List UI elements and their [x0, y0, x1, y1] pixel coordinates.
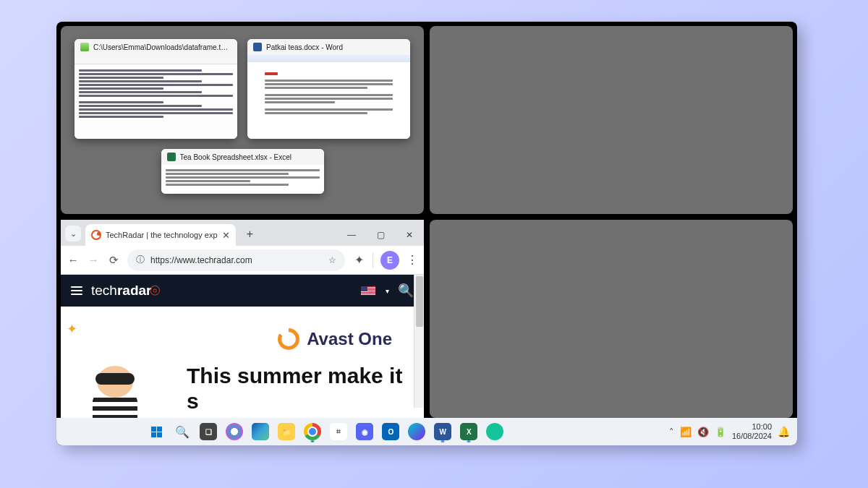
rss-icon: ⦾: [150, 283, 160, 298]
region-flag-icon[interactable]: [361, 286, 375, 295]
menu-icon[interactable]: ⋮: [407, 253, 418, 267]
thumb-preview: [247, 55, 410, 139]
copilot-icon: [226, 423, 243, 440]
excel-icon: [167, 153, 176, 161]
canva-icon: [408, 423, 425, 440]
wifi-icon[interactable]: 📶: [680, 427, 692, 437]
taskbar: 🔍 ❏ 📁 ⌗ ◉ O W X ˄ 📶 🔇 🔋 10:00 16/08/2024…: [56, 418, 797, 445]
reload-button[interactable]: ⟳: [107, 254, 120, 267]
word-icon: [253, 43, 262, 51]
slack-icon: ⌗: [330, 423, 347, 440]
grammarly-button[interactable]: [483, 420, 506, 443]
slack-button[interactable]: ⌗: [327, 420, 350, 443]
discord-icon: ◉: [356, 423, 373, 440]
browser-tab-active[interactable]: TechRadar | the technology exp ✕: [85, 224, 236, 246]
task-view-button[interactable]: ❏: [197, 420, 220, 443]
region-caret-icon[interactable]: ▾: [386, 287, 389, 295]
thumb-titlebar: Patkai teas.docx - Word: [247, 39, 410, 55]
chrome-button[interactable]: [301, 420, 324, 443]
taskbar-search-button[interactable]: 🔍: [171, 420, 194, 443]
start-button[interactable]: [145, 420, 168, 443]
thumb-title: Tea Book Spreadsheet.xlsx - Excel: [180, 153, 318, 161]
copilot-button[interactable]: [223, 420, 246, 443]
outlook-button[interactable]: O: [379, 420, 402, 443]
url-text: https://www.techradar.com: [150, 255, 323, 265]
excel-button[interactable]: X: [457, 420, 480, 443]
browser-toolbar: ← → ⟳ ⓘ https://www.techradar.com ☆ ✦ E …: [61, 246, 424, 275]
windows-logo-icon: [151, 427, 162, 437]
thumb-titlebar: Tea Book Spreadsheet.xlsx - Excel: [161, 149, 324, 165]
taskbar-center: 🔍 ❏ 📁 ⌗ ◉ O W X: [145, 420, 506, 443]
site-favicon: [91, 230, 101, 240]
browser-tabstrip: ⌄ TechRadar | the technology exp ✕ + — ▢…: [61, 220, 424, 246]
tab-search-button[interactable]: ⌄: [65, 226, 81, 241]
snap-candidate-excel[interactable]: Tea Book Spreadsheet.xlsx - Excel: [161, 149, 324, 194]
address-bar[interactable]: ⓘ https://www.techradar.com ☆: [127, 249, 345, 271]
site-header: techradar⦾ ▾ 🔍: [61, 275, 424, 307]
word-icon: W: [434, 423, 451, 440]
forward-button[interactable]: →: [87, 254, 100, 266]
snap-candidate-word[interactable]: Patkai teas.docx - Word: [247, 39, 410, 139]
file-explorer-button[interactable]: 📁: [275, 420, 298, 443]
battery-icon[interactable]: 🔋: [715, 427, 726, 437]
thumb-preview: [75, 55, 237, 139]
tray-expand-icon[interactable]: ˄: [669, 427, 674, 437]
back-button[interactable]: ←: [67, 254, 80, 266]
word-button[interactable]: W: [431, 420, 454, 443]
thumb-title: C:\Users\Emma\Downloads\dataframe.txt...: [93, 43, 231, 51]
profile-avatar[interactable]: E: [380, 251, 399, 270]
avast-logo-icon: [278, 328, 299, 350]
extensions-icon[interactable]: ✦: [352, 254, 365, 267]
bookmark-icon[interactable]: ☆: [328, 255, 336, 265]
sparkle-icon: ✦: [67, 321, 77, 337]
task-view-icon: ❏: [200, 423, 217, 440]
canva-button[interactable]: [405, 420, 428, 443]
thumb-preview: [161, 165, 324, 194]
site-info-icon[interactable]: ⓘ: [136, 254, 145, 266]
window-controls: — ▢ ✕: [337, 224, 424, 246]
snap-zone-bottom-right[interactable]: [430, 220, 793, 418]
edge-icon: [252, 423, 269, 440]
clock-date: 16/08/2024: [732, 432, 772, 441]
clock-time: 10:00: [732, 422, 772, 432]
new-tab-button[interactable]: +: [242, 226, 259, 243]
chrome-icon: [304, 423, 321, 440]
snap-zone-bottom-left: ⌄ TechRadar | the technology exp ✕ + — ▢…: [61, 220, 424, 418]
hamburger-menu-icon[interactable]: [71, 286, 82, 295]
taskbar-clock[interactable]: 10:00 16/08/2024: [732, 422, 772, 440]
thumb-titlebar: C:\Users\Emma\Downloads\dataframe.txt...: [75, 39, 237, 55]
tab-title: TechRadar | the technology exp: [106, 231, 218, 239]
separator: [373, 252, 373, 268]
hero-ad: ✦ Avast One This summer make it s and cy…: [61, 307, 424, 418]
notepad-icon: [80, 43, 89, 51]
ad-brand: Avast One: [307, 329, 392, 349]
outlook-icon: O: [382, 423, 399, 440]
snap-layout-grid: C:\Users\Emma\Downloads\dataframe.txt...: [56, 22, 797, 418]
vertical-scrollbar[interactable]: [414, 275, 424, 408]
edge-button[interactable]: [249, 420, 272, 443]
thumb-title: Patkai teas.docx - Word: [266, 43, 404, 51]
close-tab-icon[interactable]: ✕: [222, 230, 230, 241]
grammarly-icon: [486, 423, 503, 440]
snap-candidate-notepad[interactable]: C:\Users\Emma\Downloads\dataframe.txt...: [75, 39, 237, 139]
snap-zone-top-left: C:\Users\Emma\Downloads\dataframe.txt...: [61, 26, 424, 214]
excel-icon: X: [460, 423, 477, 440]
snap-zone-top-right[interactable]: [430, 26, 793, 214]
close-button[interactable]: ✕: [395, 224, 424, 246]
maximize-button[interactable]: ▢: [366, 224, 395, 246]
discord-button[interactable]: ◉: [353, 420, 376, 443]
volume-icon[interactable]: 🔇: [697, 427, 709, 437]
system-tray: ˄ 📶 🔇 🔋 10:00 16/08/2024 🔔: [669, 422, 790, 440]
site-logo[interactable]: techradar⦾: [91, 283, 160, 299]
site-search-icon[interactable]: 🔍: [398, 283, 414, 299]
folder-icon: 📁: [278, 423, 295, 440]
minimize-button[interactable]: —: [337, 224, 366, 246]
burglar-illustration: [68, 360, 162, 418]
notifications-icon[interactable]: 🔔: [778, 426, 790, 437]
desktop: C:\Users\Emma\Downloads\dataframe.txt...: [56, 22, 797, 445]
